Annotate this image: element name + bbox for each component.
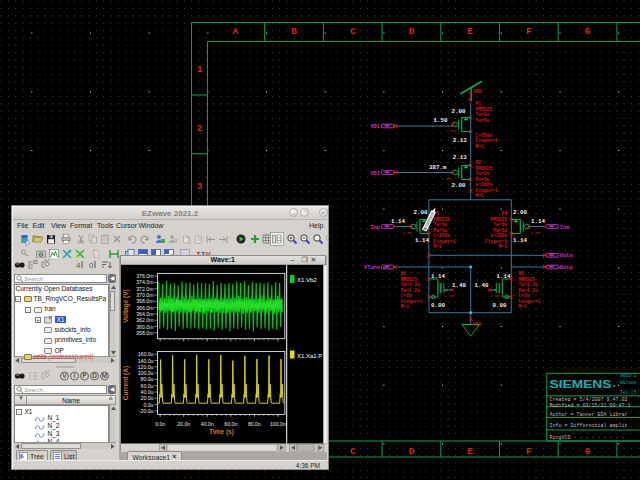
svg-text:80.0u: 80.0u xyxy=(140,376,153,382)
svg-text:370.0m: 370.0m xyxy=(136,292,153,298)
svg-text:PMOS25: PMOS25 xyxy=(434,217,451,222)
svg-text:SIEMENS: SIEMENS xyxy=(550,378,612,390)
svg-text:2.00: 2.00 xyxy=(452,108,466,115)
svg-text:M: M xyxy=(101,372,106,379)
svg-text:Tw=5u: Tw=5u xyxy=(476,171,490,176)
svg-text:Current (A): Current (A) xyxy=(121,365,129,399)
svg-text:Voltage (V): Voltage (V) xyxy=(121,289,129,322)
svg-text:8005 S: 8005 S xyxy=(620,373,637,378)
svg-text:2: 2 xyxy=(197,123,203,134)
svg-text:1.14: 1.14 xyxy=(513,237,527,244)
svg-text:L=250n: L=250n xyxy=(476,182,493,187)
svg-text:374.0m: 374.0m xyxy=(136,279,153,285)
svg-text:L=250n: L=250n xyxy=(476,133,493,138)
svg-text:D: D xyxy=(92,372,97,379)
svg-text:2.13: 2.13 xyxy=(453,137,467,144)
svg-text:P4: P4 xyxy=(501,211,507,216)
svg-text:Tel (5: Tel (5 xyxy=(620,390,637,395)
svg-text:Finger=1: Finger=1 xyxy=(476,188,498,193)
svg-text:1.40: 1.40 xyxy=(452,282,466,289)
svg-text:1.14: 1.14 xyxy=(431,273,445,280)
svg-text:M=1: M=1 xyxy=(476,144,485,149)
svg-text:2.00: 2.00 xyxy=(452,182,466,189)
svg-text:Pw=5u: Pw=5u xyxy=(476,177,490,182)
svg-text:364.0m: 364.0m xyxy=(136,310,153,316)
svg-text:Tu=5u: Tu=5u xyxy=(476,118,490,123)
svg-text:B: B xyxy=(291,26,297,37)
svg-text:360.0m: 360.0m xyxy=(136,323,153,329)
svg-text:20.0n: 20.0n xyxy=(177,420,190,426)
svg-text:D: D xyxy=(409,26,415,37)
svg-text:Tw=1.2u: Tw=1.2u xyxy=(519,282,539,287)
svg-text:M=1: M=1 xyxy=(519,304,528,309)
svg-text:2.5m: 2.5m xyxy=(446,129,456,133)
svg-text:368.0m: 368.0m xyxy=(136,298,153,304)
svg-text:2.5m: 2.5m xyxy=(531,231,541,235)
svg-text:M=1: M=1 xyxy=(401,304,410,309)
svg-text:140.0u: 140.0u xyxy=(137,357,153,363)
svg-text:Info = Differential amplit: Info = Differential amplit xyxy=(550,423,628,429)
svg-text:L=250n: L=250n xyxy=(434,233,451,238)
svg-text:40.0u: 40.0u xyxy=(140,389,153,395)
svg-text:1: 1 xyxy=(197,64,203,75)
svg-text:VSS: VSS xyxy=(473,322,482,327)
svg-text:PMOS25: PMOS25 xyxy=(476,166,493,171)
svg-text:366.0m: 366.0m xyxy=(136,304,153,310)
svg-text:Outm: Outm xyxy=(560,253,574,259)
svg-text:Time (s): Time (s) xyxy=(209,427,234,435)
svg-text:Wilson: Wilson xyxy=(620,380,637,385)
svg-text:2.5m: 2.5m xyxy=(490,294,500,298)
svg-text:358.0m: 358.0m xyxy=(136,329,153,335)
svg-text:VD2: VD2 xyxy=(370,171,380,177)
svg-text:G: G xyxy=(585,26,591,37)
svg-text:Pw=5u: Pw=5u xyxy=(493,228,507,233)
svg-text:Outp: Outp xyxy=(560,265,573,271)
svg-text:20.0u: 20.0u xyxy=(140,395,153,401)
svg-text:L=250n: L=250n xyxy=(490,233,507,238)
svg-text:120.0u: 120.0u xyxy=(137,363,153,369)
svg-text:80.0n: 80.0n xyxy=(247,420,260,426)
svg-text:X1.Xa1.P: X1.Xa1.P xyxy=(297,352,322,358)
svg-text:C: C xyxy=(350,26,356,37)
svg-text:F: F xyxy=(526,26,532,37)
svg-text:Author = Tanner EDA Librar: Author = Tanner EDA Librar xyxy=(550,412,628,418)
svg-text:N1: N1 xyxy=(401,271,407,276)
svg-text:2.13: 2.13 xyxy=(453,154,467,161)
svg-text:Inp: Inp xyxy=(370,225,380,231)
svg-text:160.0u: 160.0u xyxy=(137,351,153,357)
svg-text:0.0u: 0.0u xyxy=(143,401,153,407)
svg-text:1.50: 1.50 xyxy=(434,117,448,124)
svg-text:Pw=1.2u: Pw=1.2u xyxy=(519,288,539,293)
svg-text:E: E xyxy=(467,446,473,457)
svg-text:L=2u: L=2u xyxy=(519,293,530,298)
svg-text:0.00: 0.00 xyxy=(431,302,445,309)
svg-text:NMOS25: NMOS25 xyxy=(519,277,536,282)
svg-text:A: A xyxy=(233,26,239,37)
svg-text:N2: N2 xyxy=(519,271,525,276)
svg-text:Modified = 03/15/21 09:47:1: Modified = 03/15/21 09:47:1 xyxy=(550,403,631,409)
svg-text:Inm: Inm xyxy=(560,225,570,231)
svg-text:2.5m: 2.5m xyxy=(403,231,413,235)
svg-text:2.00: 2.00 xyxy=(414,209,428,216)
svg-text:-20.0u: -20.0u xyxy=(138,407,153,413)
svg-text:40.0n: 40.0n xyxy=(200,420,213,426)
svg-text:Tw=5u: Tw=5u xyxy=(476,112,490,117)
svg-text:F: F xyxy=(526,446,532,457)
svg-text:Tw=5u: Tw=5u xyxy=(434,222,448,227)
svg-text:V: V xyxy=(62,372,67,379)
svg-text:387.m: 387.m xyxy=(429,164,447,171)
svg-text:0.00: 0.00 xyxy=(493,302,507,309)
svg-text:Finger=1: Finger=1 xyxy=(434,239,456,244)
svg-text:RingVCO - - - - - - - - -: RingVCO - - - - - - - - - xyxy=(550,435,625,441)
svg-text:Pw=5u: Pw=5u xyxy=(434,228,448,233)
svg-text:X1.Vb2: X1.Vb2 xyxy=(297,277,317,283)
svg-text:2.5m: 2.5m xyxy=(445,294,455,298)
svg-text:1.14: 1.14 xyxy=(531,218,545,225)
svg-text:2.00: 2.00 xyxy=(513,209,527,216)
svg-text:P2: P2 xyxy=(476,160,482,165)
svg-text:372.0m: 372.0m xyxy=(136,285,153,291)
svg-text:2.5m: 2.5m xyxy=(442,177,452,181)
svg-text:Finger=1: Finger=1 xyxy=(519,299,541,304)
svg-text:1.14: 1.14 xyxy=(497,273,511,280)
svg-text:E: E xyxy=(467,26,473,37)
